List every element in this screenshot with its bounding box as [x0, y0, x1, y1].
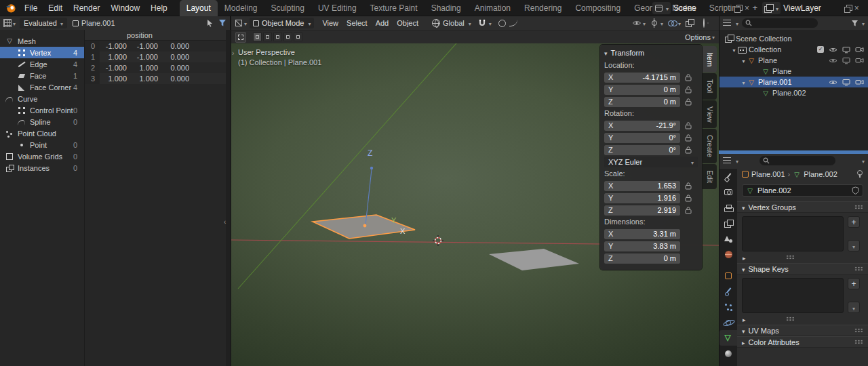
- overlays-dropdown[interactable]: [667, 18, 681, 28]
- select-mode-intersect-icon[interactable]: [294, 33, 302, 41]
- spreadsheet-scrollbar[interactable]: [226, 30, 231, 366]
- spreadsheet-editor-icon[interactable]: [3, 19, 12, 27]
- workspace-tab-rendering[interactable]: Rendering: [517, 0, 568, 16]
- panel-header-color-attributes[interactable]: Color Attributes: [737, 336, 868, 348]
- workspace-tab-animation[interactable]: Animation: [468, 0, 517, 16]
- breadcrumb-data[interactable]: Plane.002: [804, 170, 837, 178]
- lock-location-x[interactable]: [680, 73, 695, 81]
- expand-arrow-icon[interactable]: [740, 78, 747, 86]
- gizmos-dropdown[interactable]: [650, 18, 663, 28]
- panel-grip-icon[interactable]: [854, 205, 863, 209]
- fake-user-shield-icon[interactable]: [852, 186, 859, 195]
- 3d-cursor[interactable]: [433, 235, 443, 246]
- select-mode-extend-icon[interactable]: [263, 33, 272, 41]
- scene-name[interactable]: Scene: [673, 3, 696, 13]
- unlink-scene-button[interactable]: [745, 3, 749, 13]
- tab-world[interactable]: [719, 247, 737, 262]
- scale-x-field[interactable]: X1.653: [604, 181, 680, 191]
- workspace-tab-texture-paint[interactable]: Texture Paint: [363, 0, 425, 16]
- dataset-filter-dropdown[interactable]: Evaluated: [20, 18, 67, 28]
- sidebar-tab-item[interactable]: Item: [703, 46, 717, 73]
- tab-modifiers[interactable]: [719, 283, 737, 299]
- viewlayer-browse-button[interactable]: [762, 2, 781, 14]
- tab-object-data[interactable]: [719, 330, 737, 346]
- list-resize-grip[interactable]: [786, 317, 795, 321]
- tree-item-curve[interactable]: Curve: [0, 93, 84, 104]
- select-mode-subtract-icon[interactable]: [273, 33, 282, 41]
- xray-toggle-icon[interactable]: [685, 18, 694, 28]
- vertex-groups-list[interactable]: [742, 216, 844, 251]
- collection-checkbox[interactable]: [817, 46, 824, 53]
- sidebar-tab-create[interactable]: Create: [703, 129, 717, 163]
- tab-particles[interactable]: [719, 299, 737, 314]
- panel-header-vertex-groups[interactable]: Vertex Groups: [737, 201, 868, 213]
- tree-item-face-corner[interactable]: Face Corner4: [0, 81, 84, 93]
- new-viewlayer-button[interactable]: [844, 5, 852, 12]
- select-mode-set-icon[interactable]: [253, 33, 262, 41]
- scene-browse-button[interactable]: [652, 2, 671, 14]
- scale-y-field[interactable]: Y1.916: [604, 193, 680, 203]
- outliner-row-plane-data[interactable]: ▽Plane: [719, 66, 868, 77]
- toolbar-toggle-arrow[interactable]: ›: [232, 49, 234, 57]
- panel-header-shape-keys[interactable]: Shape Keys: [737, 263, 868, 274]
- filter-funnel-icon[interactable]: [218, 19, 226, 27]
- tab-object[interactable]: [719, 268, 737, 283]
- menu-view[interactable]: View: [318, 19, 342, 27]
- menu-select[interactable]: Select: [342, 19, 372, 27]
- workspace-tab-uv-editing[interactable]: UV Editing: [311, 0, 363, 16]
- list-resize-grip[interactable]: [786, 255, 795, 260]
- list-filter-toggle[interactable]: [743, 253, 746, 262]
- tree-item-spline[interactable]: Spline0: [0, 116, 84, 127]
- properties-search-input[interactable]: [760, 156, 835, 165]
- outliner-filter-dropdown[interactable]: [851, 20, 865, 27]
- transform-orientation-dropdown[interactable]: Global: [432, 19, 471, 27]
- new-scene-button[interactable]: [734, 5, 742, 12]
- dimensions-x-field[interactable]: X3.31 m: [604, 229, 680, 239]
- lock-rotation-y[interactable]: [680, 134, 695, 142]
- tab-physics[interactable]: [719, 314, 737, 330]
- list-filter-toggle[interactable]: [743, 315, 746, 323]
- outliner-row-plane001[interactable]: ▽Plane.001: [719, 77, 868, 87]
- outliner-row-plane[interactable]: ▽Plane: [719, 55, 868, 66]
- workspace-tab-compositing[interactable]: Compositing: [568, 0, 627, 16]
- menu-file[interactable]: File: [19, 0, 43, 16]
- selection-only-toggle-icon[interactable]: [206, 19, 214, 27]
- tab-scene[interactable]: [719, 231, 737, 247]
- falloff-curve-icon[interactable]: [509, 20, 517, 26]
- datablock-name-field[interactable]: ▽ Plane.002: [742, 184, 863, 197]
- shape-keys-list[interactable]: [742, 278, 844, 313]
- menu-edit[interactable]: Edit: [43, 0, 68, 16]
- mode-dropdown[interactable]: Object Mode: [250, 18, 314, 28]
- location-y-field[interactable]: Y0 m: [604, 85, 680, 95]
- eye-icon[interactable]: [829, 57, 837, 64]
- menu-help[interactable]: Help: [145, 0, 173, 16]
- rotation-mode-dropdown[interactable]: XYZ Euler: [604, 157, 698, 167]
- expand-arrow-icon[interactable]: [740, 56, 747, 64]
- lock-scale-x[interactable]: [680, 182, 695, 190]
- lock-location-y[interactable]: [680, 85, 695, 94]
- vertex-group-specials-button[interactable]: [848, 240, 860, 251]
- tab-output[interactable]: [719, 200, 737, 216]
- workspace-tab-layout[interactable]: Layout: [180, 0, 218, 16]
- tree-item-point[interactable]: Point0: [0, 139, 84, 150]
- location-z-field[interactable]: Z0 m: [604, 97, 680, 107]
- shading-solid-icon[interactable]: [707, 22, 709, 24]
- outliner-row-collection[interactable]: Collection: [719, 44, 868, 55]
- viewport-editor-icon[interactable]: [235, 19, 243, 27]
- sidebar-tab-view[interactable]: View: [703, 100, 717, 129]
- camera-icon[interactable]: [855, 79, 864, 85]
- tree-item-volume-grids[interactable]: Volume Grids0: [0, 150, 84, 162]
- eye-icon[interactable]: [829, 46, 837, 54]
- column-header-position[interactable]: position: [85, 30, 226, 41]
- dimensions-z-field[interactable]: Z0 m: [604, 253, 680, 264]
- rotation-z-field[interactable]: Z0°: [604, 145, 680, 155]
- workspace-tab-modeling[interactable]: Modeling: [218, 0, 264, 16]
- options-dropdown[interactable]: Options: [685, 33, 715, 41]
- tree-item-vertex[interactable]: Vertex4: [0, 47, 84, 58]
- lock-scale-y[interactable]: [680, 194, 695, 202]
- camera-icon[interactable]: [855, 57, 864, 64]
- panel-grip-icon[interactable]: [854, 328, 863, 333]
- unselected-plane-object[interactable]: [489, 249, 579, 270]
- panel-grip-icon[interactable]: [854, 266, 863, 271]
- shading-material-icon[interactable]: [711, 22, 712, 24]
